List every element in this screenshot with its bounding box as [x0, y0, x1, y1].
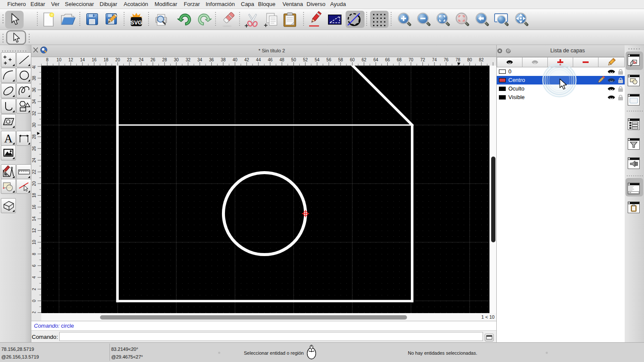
svg-text:12: 12: [68, 57, 73, 62]
svg-text:22: 22: [32, 169, 36, 175]
svg-text:20: 20: [32, 181, 36, 186]
svg-text:52: 52: [303, 57, 308, 62]
svg-text:54: 54: [315, 57, 320, 62]
svg-text:26: 26: [150, 57, 155, 62]
svg-text:14: 14: [32, 216, 36, 221]
svg-text:48: 48: [279, 57, 285, 62]
svg-text:16: 16: [32, 205, 36, 210]
svg-text:50: 50: [291, 57, 296, 62]
svg-text:24: 24: [32, 158, 36, 163]
svg-text:26: 26: [32, 146, 36, 151]
svg-text:34: 34: [197, 57, 203, 62]
svg-text:2: 2: [32, 288, 36, 290]
svg-text:32: 32: [185, 57, 191, 62]
svg-text:8: 8: [46, 57, 49, 62]
svg-text:8: 8: [32, 253, 36, 255]
svg-text:4: 4: [32, 276, 36, 278]
svg-text:30: 30: [174, 57, 179, 62]
svg-text:38: 38: [32, 75, 36, 81]
svg-text:66: 66: [385, 57, 390, 62]
svg-text:28: 28: [162, 57, 167, 62]
svg-text:18: 18: [103, 57, 109, 62]
svg-text:SVG: SVG: [131, 19, 142, 26]
svg-text:36: 36: [209, 57, 214, 62]
svg-text:40: 40: [32, 66, 36, 69]
svg-text:0: 0: [32, 299, 36, 302]
svg-text:20: 20: [115, 57, 120, 62]
svg-text:74: 74: [432, 57, 437, 62]
svg-text:34: 34: [32, 99, 36, 104]
svg-text:30: 30: [32, 123, 36, 128]
svg-text:44: 44: [256, 57, 261, 62]
svg-text:A: A: [4, 132, 13, 145]
svg-text:46: 46: [268, 57, 273, 62]
svg-text:72: 72: [420, 57, 425, 62]
svg-text:6: 6: [32, 264, 36, 267]
svg-text:18: 18: [32, 193, 36, 198]
svg-text:32: 32: [32, 111, 36, 116]
svg-text:82: 82: [479, 57, 484, 62]
svg-text:76: 76: [444, 57, 449, 62]
svg-text:24: 24: [139, 57, 144, 62]
svg-text:38: 38: [221, 57, 226, 62]
svg-text:58: 58: [338, 57, 343, 62]
svg-text:10: 10: [32, 240, 36, 245]
svg-text:70: 70: [409, 57, 414, 62]
svg-text:12: 12: [32, 228, 36, 233]
svg-text:28: 28: [32, 134, 36, 139]
svg-text:14: 14: [80, 57, 85, 62]
svg-text:10: 10: [57, 57, 62, 62]
svg-text:64: 64: [374, 57, 379, 62]
svg-text:36: 36: [32, 87, 36, 93]
svg-text:16: 16: [92, 57, 97, 62]
svg-text:68: 68: [397, 57, 402, 62]
svg-text:40: 40: [233, 57, 238, 62]
svg-text:22: 22: [127, 57, 132, 62]
svg-text:56: 56: [326, 57, 331, 62]
svg-text:62: 62: [361, 57, 367, 62]
svg-text:80: 80: [467, 57, 472, 62]
svg-text:60: 60: [350, 57, 355, 62]
svg-text:78: 78: [456, 57, 461, 62]
svg-text:42: 42: [244, 57, 249, 62]
